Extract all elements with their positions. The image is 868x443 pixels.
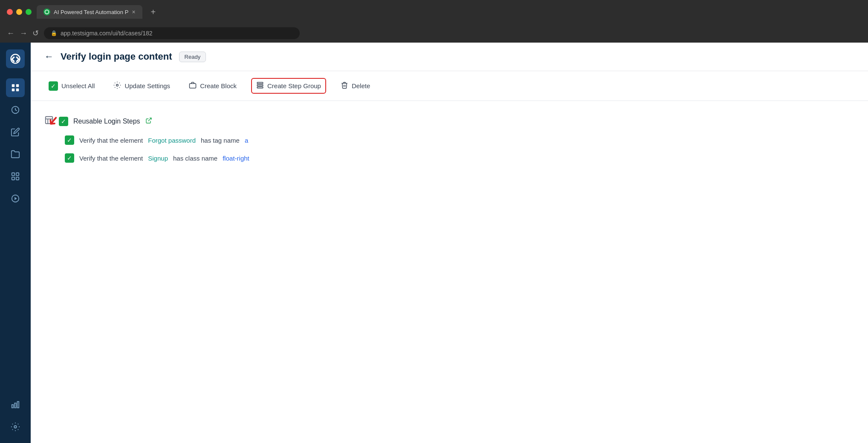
tab-close-button[interactable]: × [132,9,135,15]
address-bar[interactable]: 🔒 app.testsigma.com/ui/td/cases/182 [44,27,300,39]
svg-rect-16 [190,83,196,88]
step1-prefix: Verify that the element [79,137,143,144]
block-icon [189,81,197,90]
svg-rect-18 [257,85,263,86]
create-step-group-button[interactable]: Create Step Group [251,78,326,94]
svg-rect-11 [12,405,14,408]
step1-middle: has tag name [201,137,240,144]
main-content: ← Verify login page content Ready ✓ Unse… [31,43,868,443]
step2-middle: has class name [173,155,217,162]
update-settings-label: Update Settings [124,82,170,89]
sidebar-item-clock[interactable] [6,101,25,119]
step-group-expand-icon[interactable] [44,115,54,127]
svg-rect-12 [14,403,16,408]
tab-favicon [43,9,50,15]
content-area: ➜ ✓ Reusable Login Steps [31,101,868,443]
svg-line-23 [148,118,151,121]
svg-rect-7 [12,177,14,180]
status-badge: Ready [179,52,206,62]
sidebar-item-chart[interactable] [6,395,25,414]
page-title: Verify login page content [61,51,172,62]
step1-element: Forgot password [148,137,196,144]
step2-value: float-right [223,155,249,162]
svg-rect-8 [16,177,19,180]
sidebar-item-grid[interactable] [6,78,25,97]
create-block-button[interactable]: Create Block [185,79,241,93]
check-icon: ✓ [49,81,58,91]
browser-chrome: AI Powered Test Automation P × + [0,0,868,24]
step1-checkbox[interactable]: ✓ [65,135,74,145]
svg-rect-1 [16,84,19,87]
step-row-1: ✓ Verify that the element Forgot passwor… [44,131,854,149]
sidebar-item-play[interactable] [6,189,25,208]
update-settings-button[interactable]: Update Settings [109,79,174,93]
svg-rect-5 [12,173,14,175]
browser-nav: ← → ↺ 🔒 app.testsigma.com/ui/td/cases/18… [0,24,868,43]
address-text: app.testsigma.com/ui/td/cases/182 [61,30,153,37]
sidebar-item-apps[interactable] [6,167,25,186]
step-group-row: ✓ Reusable Login Steps [44,111,854,131]
traffic-light-yellow[interactable] [16,9,22,15]
create-step-group-label: Create Step Group [267,82,321,89]
sidebar-item-folder[interactable] [6,145,25,164]
step-group-icon [256,81,264,90]
svg-rect-2 [12,89,14,91]
delete-label: Delete [352,82,370,89]
toolbar: ✓ Unselect All Update Settings [31,71,868,101]
step2-element: Signup [148,155,168,162]
unselect-all-label: Unselect All [61,82,95,89]
step2-checkbox[interactable]: ✓ [65,153,74,163]
sidebar [0,43,31,443]
traffic-light-green[interactable] [26,9,32,15]
header: ← Verify login page content Ready [31,43,868,71]
sidebar-item-edit[interactable] [6,123,25,141]
unselect-all-button[interactable]: ✓ Unselect All [44,79,99,93]
delete-button[interactable]: Delete [336,79,374,93]
nav-forward-button[interactable]: → [20,29,27,38]
svg-rect-13 [17,402,19,408]
sidebar-logo [6,49,25,68]
nav-reload-button[interactable]: ↺ [32,29,39,38]
trash-icon [341,81,348,90]
step2-prefix: Verify that the element [79,155,143,162]
traffic-light-red[interactable] [7,9,13,15]
svg-point-14 [14,426,17,428]
back-button[interactable]: ← [44,51,54,62]
svg-rect-6 [16,173,19,175]
svg-rect-20 [46,117,53,124]
svg-marker-10 [14,197,17,200]
lock-icon: 🔒 [51,30,57,36]
settings-icon [113,81,121,90]
svg-rect-19 [257,87,263,88]
step1-value: a [245,137,248,144]
browser-tab[interactable]: AI Powered Test Automation P × [37,5,142,19]
step-row-2: ✓ Verify that the element Signup has cla… [44,149,854,167]
step-group-name: Reusable Login Steps [73,118,140,125]
tab-title: AI Powered Test Automation P [54,9,128,15]
new-tab-button[interactable]: + [148,7,159,17]
create-block-label: Create Block [200,82,237,89]
svg-rect-17 [257,82,263,83]
nav-back-button[interactable]: ← [7,29,14,38]
svg-point-15 [116,84,119,86]
step-group-checkbox[interactable]: ✓ [59,117,68,126]
traffic-lights [7,9,32,15]
svg-rect-3 [16,89,19,91]
app-container: ← Verify login page content Ready ✓ Unse… [0,43,868,443]
external-link-icon[interactable] [145,117,152,125]
sidebar-item-settings[interactable] [6,417,25,436]
svg-rect-0 [12,84,14,87]
